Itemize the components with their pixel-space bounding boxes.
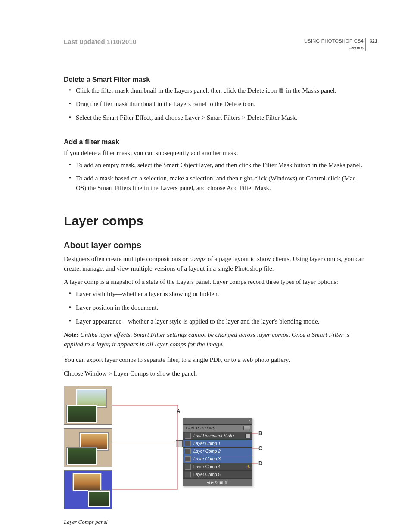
row-label: Layer Comp 5 [193,472,221,477]
text: Layer appearance—whether a layer style i… [76,318,319,325]
callout-D: D [258,460,262,467]
new-comp-icon [245,434,250,438]
figure-thumbnails [64,386,112,509]
list-item: Layer appearance—whether a layer style i… [64,317,366,327]
topic-bullets: Layer visibility—whether a layer is show… [64,289,366,326]
panel-footer: ◀ ▶ ↻ ▣ 🗑 [183,479,252,486]
apply-slot [185,433,191,439]
panel-row-warning: Layer Comp 4 ⚠ [183,463,252,471]
apply-slot [185,464,191,470]
panel-tab: LAYER COMPS [183,425,252,432]
apply-slot [185,441,191,446]
panel-row-selected: Layer Comp 3 [183,455,252,463]
page-number: 321 [370,38,377,44]
text: To add an empty mask, select the Smart O… [76,162,362,168]
section-heading-delete: Delete a Smart Filter mask [64,76,366,84]
list-item: Select the Smart Filter Effect, and choo… [64,113,366,123]
thumbnail [64,470,112,509]
close-icon: × [249,419,251,423]
header-right: USING PHOTOSHOP CS4 Layers 321 [304,38,366,51]
doc-title: USING PHOTOSHOP CS4 [304,38,364,44]
apply-slot [185,456,191,462]
panel-row-selected: Layer Comp 1 [183,440,252,448]
topic-para-export: You can export layer comps to separate f… [64,355,366,365]
note: Note: Unlike layer effects, Smart Filter… [64,330,366,349]
layer-comps-figure: × LAYER COMPS Last Document State Layer … [64,386,266,515]
last-updated: Last updated 1/10/2010 [64,38,137,45]
topic-para: Designers often create multiple composit… [64,255,366,274]
add-bullets: To add an empty mask, select the Smart O… [64,161,366,193]
topic-para: A layer comp is a snapshot of a state of… [64,277,366,287]
text: Click the filter mask thumbnail in the L… [76,87,278,94]
panel-row-selected: Layer Comp 2 [183,448,252,455]
chapter-title: Layer comps [64,214,366,228]
thumbnail [64,428,112,467]
topic-para-show: Choose Window > Layer Comps to show the … [64,369,366,379]
panel-menu-icon [243,426,250,430]
photo-placeholder [76,389,106,407]
list-item: Layer position in the document. [64,303,366,313]
figure-caption: Layer Comps panel [64,519,366,526]
text: Layer position in the document. [76,304,158,311]
emphasis: comps [190,255,206,262]
document-page: Last updated 1/10/2010 USING PHOTOSHOP C… [0,0,411,532]
apply-slot [185,472,191,477]
chapter-name: Layers [304,44,364,51]
panel-row-last-state: Last Document State [183,432,252,440]
callout-A: A [177,408,181,414]
text: A layer comp is a snapshot of a state of… [64,278,338,285]
callout-C: C [258,445,262,451]
delete-bullets: Click the filter mask thumbnail in the L… [64,86,366,123]
footer-icons: ◀ ▶ ↻ ▣ 🗑 [207,480,228,485]
thumbnail [64,386,112,425]
row-label: Layer Comp 4 [193,464,221,469]
list-item: To add an empty mask, select the Smart O… [64,161,366,170]
note-label: Note: [64,331,78,338]
list-item: To add a mask based on a selection, make… [64,174,366,193]
add-intro: If you delete a filter mask, you can sub… [64,149,366,158]
text: Select the Smart Filter Effect, and choo… [76,114,297,121]
text: To add a mask based on a selection, make… [76,175,355,191]
note-text: Unlike layer effects, Smart Filter setti… [64,331,349,348]
text: in the Masks panel. [286,87,336,94]
list-item: Click the filter mask thumbnail in the L… [64,86,366,96]
text: Layer visibility—whether a layer is show… [76,290,219,297]
panel-titlebar: × [183,418,252,425]
panel-row: Layer Comp 5 [183,471,252,479]
row-label: Layer Comp 2 [193,449,221,454]
svg-rect-2 [280,88,282,89]
text: Drag the filter mask thumbnail in the La… [76,100,255,107]
photo-placeholder [73,473,101,491]
panel-title: LAYER COMPS [186,426,216,430]
apply-layer-comp-icon [176,440,183,447]
text: Designers often create multiple composit… [64,255,190,262]
trash-icon [278,87,284,93]
row-label: Last Document State [193,433,234,438]
page-header: Last updated 1/10/2010 USING PHOTOSHOP C… [64,38,366,51]
list-item: Layer visibility—whether a layer is show… [64,289,366,299]
photo-placeholder [67,448,97,465]
topic-heading: About layer comps [64,240,366,250]
svg-rect-1 [279,88,283,89]
warning-icon: ⚠ [246,464,250,469]
photo-placeholder [88,491,110,507]
row-label: Layer Comp 1 [193,441,221,446]
photo-placeholder [67,405,97,423]
apply-slot [185,448,191,454]
row-label: Layer Comp 3 [193,457,221,461]
list-item: Drag the filter mask thumbnail in the La… [64,100,366,109]
layer-comps-panel: × LAYER COMPS Last Document State Layer … [183,418,252,486]
section-heading-add: Add a filter mask [64,138,366,146]
svg-rect-0 [280,89,283,93]
callout-B: B [258,430,262,436]
